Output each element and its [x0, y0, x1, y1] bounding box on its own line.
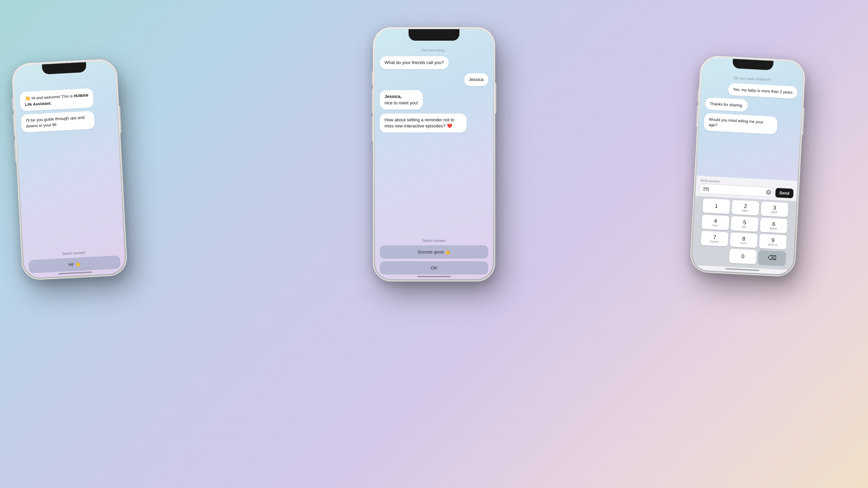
key-5[interactable]: 5 JKL — [731, 216, 758, 232]
phone-center-screen: One last thing... What do your friends c… — [375, 29, 493, 279]
mute-button — [14, 140, 16, 161]
volume-up-button-r — [697, 89, 699, 101]
numeric-keypad: 1 2 ABC 3 DEF 4 GHI — [692, 196, 796, 270]
key-4-sub: GHI — [712, 224, 718, 227]
children-question: Do you have children? — [706, 73, 798, 83]
jessica-bold: Jessica, — [384, 94, 402, 99]
mute-button-c — [372, 117, 373, 141]
age-text: Would you mind telling me your age? — [709, 117, 763, 127]
select-label-left: Select answer — [62, 250, 86, 256]
send-button[interactable]: Send — [775, 188, 794, 198]
power-button-r — [802, 108, 805, 135]
volume-up-button — [12, 98, 14, 110]
volume-up-button-c — [372, 71, 373, 85]
ok-button[interactable]: OK — [380, 261, 488, 274]
key-7[interactable]: 7 PQRS — [701, 231, 729, 246]
friends-bubble: What do your friends call you? — [380, 56, 449, 69]
volume-down-button-c — [372, 89, 373, 113]
baby-text: Yes, my baby is more than 2 years — [733, 87, 792, 94]
key-3-sub: DEF — [771, 210, 777, 214]
key-2[interactable]: 2 ABC — [732, 200, 760, 216]
key-8[interactable]: 8 TUV — [730, 232, 757, 248]
welcome-bubble: 👋 Hi and welcome! This is HUMAN Life Ass… — [20, 88, 94, 111]
home-indicator-right — [725, 268, 759, 271]
key-4-main: 4 — [714, 218, 717, 224]
key-delete[interactable]: ⌫ — [758, 250, 786, 266]
key-0-main: 0 — [741, 253, 745, 259]
volume-down-button-r — [696, 105, 698, 127]
key-2-sub: ABC — [742, 209, 749, 212]
key-5-main: 5 — [743, 219, 746, 225]
jessica-text: Jessica — [469, 77, 484, 82]
key-0[interactable]: 0 — [729, 249, 757, 264]
guide-text: I'll be you guide through ups and downs … — [26, 115, 85, 128]
write-answer-area: Write answer 25| ✕ Send 1 — [692, 176, 797, 275]
sounds-good-button[interactable]: Sounds good 👍 — [380, 245, 488, 259]
hi-button[interactable]: Hi! 👋 — [28, 256, 121, 273]
reminder-bubble: How about setting a reminder not to miss… — [380, 114, 467, 133]
key-1[interactable]: 1 — [703, 198, 730, 214]
baby-bubble: Yes, my baby is more than 2 years — [728, 83, 798, 99]
guide-bubble: I'll be you guide through ups and downs … — [21, 111, 95, 133]
key-9-sub: WXYZ — [768, 243, 777, 246]
keypad-row-3: 7 PQRS 8 TUV 9 WXYZ — [694, 230, 793, 250]
phone-right-screen: Do you have children? Yes, my baby is mo… — [692, 57, 804, 275]
nice-to-meet-bubble: Jessica, nice to meet you! — [380, 90, 423, 109]
key-7-sub: PQRS — [710, 240, 719, 243]
power-button — [119, 106, 121, 133]
key-6-main: 6 — [772, 221, 775, 227]
key-8-sub: TUV — [740, 242, 747, 245]
friends-text: What do your friends call you? — [384, 60, 444, 65]
keypad-row-2: 4 GHI 5 JKL 6 MNO — [695, 214, 794, 233]
reminder-text: How about setting a reminder not to miss… — [384, 117, 454, 128]
key-6-sub: MNO — [770, 227, 777, 230]
welcome-text-line1: Hi and welcome! This is — [32, 94, 73, 100]
one-last-thing-text: One last thing... — [380, 47, 488, 52]
key-1-main: 1 — [715, 203, 718, 209]
phone-left-screen: 👋 Hi and welcome! This is HUMAN Life Ass… — [14, 61, 125, 279]
key-7-main: 7 — [713, 234, 716, 240]
key-5-sub: JKL — [742, 225, 747, 229]
input-value: 25| — [703, 186, 709, 191]
phone-center: One last thing... What do your friends c… — [373, 27, 495, 281]
key-6[interactable]: 6 MNO — [760, 218, 788, 233]
thanks-text: Thanks for sharing. — [710, 102, 743, 107]
power-button-c — [495, 83, 496, 114]
phone-left: 👋 Hi and welcome! This is HUMAN Life Ass… — [11, 58, 127, 280]
select-answer-area-center: Select answer Sounds good 👍 OK — [375, 236, 493, 279]
key-dark-left — [700, 247, 728, 263]
keypad-row-1: 1 2 ABC 3 DEF — [696, 198, 795, 217]
key-3[interactable]: 3 DEF — [761, 201, 788, 217]
jessica-bubble: Jessica — [464, 73, 488, 86]
volume-down-button — [13, 114, 15, 136]
key-3-main: 3 — [773, 205, 776, 211]
key-4[interactable]: 4 GHI — [702, 215, 729, 230]
notch-right — [732, 59, 773, 70]
notch-center — [409, 29, 459, 41]
select-label-center: Select answer — [422, 239, 446, 243]
phone-right: Do you have children? Yes, my baby is mo… — [689, 55, 806, 277]
keypad-row-4: 0 ⌫ — [693, 247, 792, 266]
key-8-main: 8 — [742, 236, 746, 242]
thanks-bubble: Thanks for sharing. — [705, 97, 748, 112]
home-indicator-center — [417, 276, 451, 277]
key-9-main: 9 — [771, 237, 775, 243]
age-bubble: Would you mind telling me your age? — [704, 113, 777, 134]
nice-to-meet-text: nice to meet you! — [384, 100, 418, 105]
key-9[interactable]: 9 WXYZ — [759, 234, 787, 249]
key-2-main: 2 — [744, 203, 747, 209]
wave-emoji: 👋 — [24, 95, 31, 101]
delete-icon: ⌫ — [768, 254, 776, 262]
notch — [42, 62, 86, 75]
